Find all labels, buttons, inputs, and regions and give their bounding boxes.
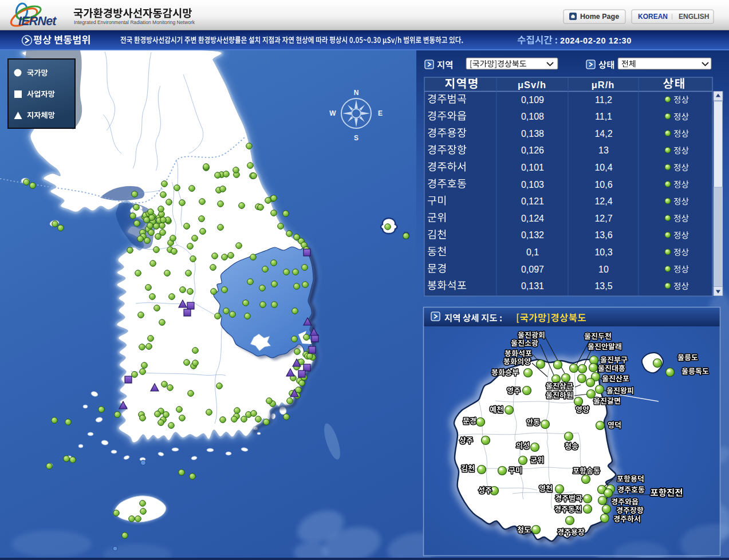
svg-text:0,124: 0,124 bbox=[521, 214, 544, 223]
svg-text:0,103: 0,103 bbox=[521, 180, 544, 190]
svg-text:0,1: 0,1 bbox=[526, 247, 539, 257]
svg-text:10,4: 10,4 bbox=[594, 163, 612, 172]
svg-text:ENGLISH: ENGLISH bbox=[679, 13, 709, 21]
svg-text:IERNet: IERNet bbox=[18, 14, 57, 28]
svg-text:0,109: 0,109 bbox=[521, 95, 544, 105]
svg-text:0,121: 0,121 bbox=[521, 196, 544, 206]
svg-text:12,7: 12,7 bbox=[594, 214, 612, 223]
svg-text:0,138: 0,138 bbox=[521, 129, 544, 139]
svg-text:0,131: 0,131 bbox=[521, 281, 544, 291]
svg-text:0,108: 0,108 bbox=[521, 112, 544, 121]
svg-text:0,132: 0,132 bbox=[521, 230, 544, 240]
svg-text:0,126: 0,126 bbox=[521, 145, 544, 155]
svg-text:13,6: 13,6 bbox=[594, 230, 612, 240]
svg-text:12,4: 12,4 bbox=[594, 196, 612, 206]
svg-text:KOREAN: KOREAN bbox=[638, 13, 668, 21]
svg-text:μSv/h: μSv/h bbox=[518, 80, 546, 90]
svg-text:2024-02-20 12:30: 2024-02-20 12:30 bbox=[560, 36, 632, 45]
svg-text:0,097: 0,097 bbox=[521, 265, 544, 274]
svg-text:10: 10 bbox=[598, 265, 609, 274]
svg-text:13,5: 13,5 bbox=[594, 281, 612, 291]
svg-text:E: E bbox=[378, 109, 383, 117]
svg-text:13: 13 bbox=[598, 145, 609, 155]
svg-text:11,2: 11,2 bbox=[595, 95, 612, 105]
svg-text:14,2: 14,2 bbox=[594, 129, 612, 139]
svg-text:10,6: 10,6 bbox=[594, 180, 612, 190]
svg-text:μR/h: μR/h bbox=[592, 80, 615, 90]
svg-text:10,3: 10,3 bbox=[594, 247, 612, 257]
svg-text:0,101: 0,101 bbox=[521, 163, 544, 172]
svg-text:|: | bbox=[671, 13, 673, 19]
svg-text:W: W bbox=[329, 109, 336, 117]
svg-text:Integrated Environmental Radia: Integrated Environmental Radiation Monit… bbox=[74, 19, 195, 25]
svg-text:11,1: 11,1 bbox=[595, 112, 612, 121]
svg-text:Home Page: Home Page bbox=[580, 13, 619, 21]
svg-text:N: N bbox=[354, 89, 359, 97]
svg-text:S: S bbox=[354, 134, 358, 142]
